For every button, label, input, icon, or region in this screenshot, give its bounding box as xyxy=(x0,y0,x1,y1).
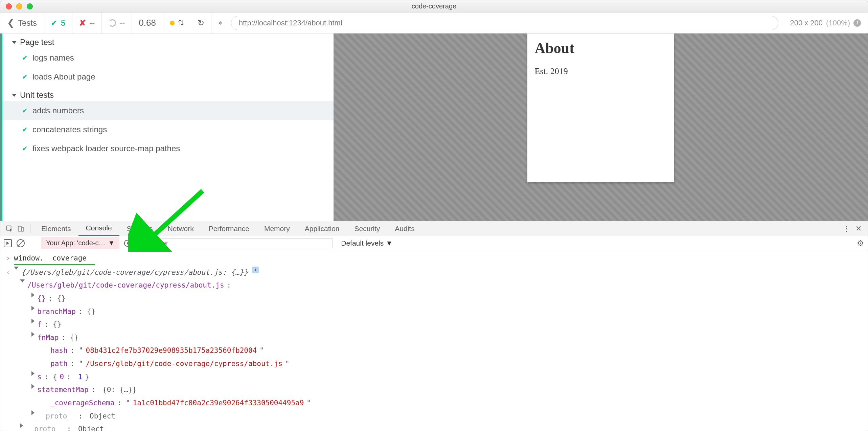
fail-count: ✘ -- xyxy=(72,13,102,33)
more-icon[interactable]: ⋮ xyxy=(843,224,850,233)
chevron-down-icon: ▼ xyxy=(108,239,115,247)
aut-pane: About Est. 2019 xyxy=(334,33,868,221)
test-row[interactable]: ✔ logs names xyxy=(2,48,334,67)
tab-security[interactable]: Security xyxy=(347,221,387,236)
tab-application[interactable]: Application xyxy=(297,221,347,236)
console-toolbar: Your App: 'code-c… ▼ Default levels ▼ ⚙ xyxy=(0,236,868,250)
selector-playground-button[interactable]: ⌖ xyxy=(211,13,229,33)
object-key: {} xyxy=(37,293,46,304)
tab-elements[interactable]: Elements xyxy=(34,221,78,236)
object-key: statementMap xyxy=(37,384,89,396)
tab-console[interactable]: Console xyxy=(78,221,119,236)
auto-scroll-toggle[interactable]: ⇅ xyxy=(163,13,191,33)
object-key: _coverageSchema xyxy=(50,397,115,409)
test-title: loads About page xyxy=(32,72,95,82)
resize-arrows-icon: ⇅ xyxy=(178,19,184,27)
test-row[interactable]: ✔ loads About page xyxy=(2,67,334,86)
aut-body: Est. 2019 xyxy=(535,66,667,76)
object-key: branchMap xyxy=(37,306,76,318)
pass-count: ✔ 5 xyxy=(44,13,72,33)
expand-right-icon[interactable] xyxy=(31,332,35,337)
clear-console-icon[interactable] xyxy=(17,239,25,247)
tab-sources[interactable]: Sources xyxy=(119,221,160,236)
test-list[interactable]: Page test ✔ logs names ✔ loads About pag… xyxy=(0,33,334,221)
object-key: /Users/gleb/git/code-coverage/cypress/ab… xyxy=(27,279,224,291)
expand-right-icon[interactable] xyxy=(31,306,35,311)
viewport-scale: (100%) xyxy=(826,19,850,27)
expand-right-icon[interactable] xyxy=(31,410,35,415)
context-selector-label: Your App: 'code-c… xyxy=(46,239,105,247)
suite-name: Unit tests xyxy=(20,90,54,100)
test-row[interactable]: ✔ adds numbers xyxy=(2,101,334,120)
object-key: fnMap xyxy=(37,332,59,344)
expand-right-icon[interactable] xyxy=(31,371,35,376)
test-row[interactable]: ✔ fixes webpack loader source-map pathes xyxy=(2,139,334,158)
window-title: code-coverage xyxy=(0,2,868,10)
expand-right-icon[interactable] xyxy=(31,293,35,297)
console-output[interactable]: › window.__coverage__ ‹ {/Users/gleb/git… xyxy=(0,250,868,431)
pass-count-value: 5 xyxy=(61,18,65,28)
result-icon: ‹ xyxy=(5,267,11,278)
aut-iframe[interactable]: About Est. 2019 xyxy=(527,33,674,182)
context-selector[interactable]: Your App: 'code-c… ▼ xyxy=(41,237,119,249)
chevron-left-icon: ❮ xyxy=(7,18,15,28)
fail-count-value: -- xyxy=(89,18,95,28)
object-key: __proto__ xyxy=(37,410,76,422)
check-icon: ✔ xyxy=(22,144,28,153)
pending-count: -- xyxy=(102,13,132,33)
suite-header[interactable]: Unit tests xyxy=(2,86,334,101)
filter-input[interactable] xyxy=(150,238,333,248)
duration-value: 0.68 xyxy=(139,18,156,28)
spinner-icon xyxy=(109,19,116,27)
test-title: concatenates strings xyxy=(32,125,107,134)
x-icon: ✘ xyxy=(79,18,86,28)
info-badge-icon[interactable]: i xyxy=(252,267,259,273)
console-sidebar-toggle-icon[interactable] xyxy=(4,239,12,247)
back-to-tests-button[interactable]: ❮ Tests xyxy=(0,13,44,33)
auto-scroll-dot-icon xyxy=(170,21,175,25)
object-key: f xyxy=(37,319,42,331)
aut-heading: About xyxy=(535,40,667,57)
reporter-pane: Page test ✔ logs names ✔ loads About pag… xyxy=(0,33,334,221)
check-icon: ✔ xyxy=(22,107,28,115)
inspect-element-icon[interactable] xyxy=(4,224,15,234)
tab-performance[interactable]: Performance xyxy=(201,221,257,236)
tab-memory[interactable]: Memory xyxy=(257,221,297,236)
chevron-down-icon: ▼ xyxy=(386,239,393,247)
expand-right-icon[interactable] xyxy=(31,319,35,323)
minimize-window-icon[interactable] xyxy=(16,3,22,9)
expand-down-icon[interactable] xyxy=(14,267,19,270)
close-window-icon[interactable] xyxy=(6,3,12,9)
object-summary: {/Users/gleb/git/code-coverage/cypress/a… xyxy=(21,267,248,278)
svg-rect-2 xyxy=(21,228,24,231)
zoom-window-icon[interactable] xyxy=(27,3,33,9)
object-value: 08b431c2fe7b37029e908935b175a23560fb2004 xyxy=(86,345,257,357)
url-input[interactable] xyxy=(231,16,778,30)
close-devtools-icon[interactable]: ✕ xyxy=(855,224,862,233)
pending-count-value: -- xyxy=(119,18,125,28)
back-label: Tests xyxy=(18,18,37,28)
expand-right-icon[interactable] xyxy=(20,423,23,428)
object-value: Object xyxy=(78,423,104,431)
tab-audits[interactable]: Audits xyxy=(387,221,422,236)
runner-toolbar: ❮ Tests ✔ 5 ✘ -- -- 0.68 ⇅ ↻ ⌖ xyxy=(0,13,868,33)
live-expression-icon[interactable] xyxy=(124,240,134,247)
levels-label: Default levels xyxy=(341,239,384,247)
prompt-icon: › xyxy=(5,252,11,264)
suite-header[interactable]: Page test xyxy=(2,33,334,48)
restart-button[interactable]: ↻ xyxy=(191,13,211,33)
object-value: 1a1c01bbd47fc00a2c39e90264f33305004495a9 xyxy=(133,397,304,409)
gear-icon[interactable]: ⚙ xyxy=(857,239,864,248)
viewport-size: 200 x 200 xyxy=(790,19,823,27)
log-levels-selector[interactable]: Default levels ▼ xyxy=(338,239,396,247)
info-icon: i xyxy=(853,19,861,27)
expand-right-icon[interactable] xyxy=(31,384,35,389)
devtools-tabs: Elements Console Sources Network Perform… xyxy=(0,221,868,236)
object-key: hash xyxy=(50,345,68,357)
test-row[interactable]: ✔ concatenates strings xyxy=(2,120,334,139)
viewport-info[interactable]: 200 x 200 (100%) i xyxy=(783,13,868,33)
tab-network[interactable]: Network xyxy=(160,221,201,236)
object-key: path xyxy=(50,358,68,370)
expand-down-icon[interactable] xyxy=(20,279,25,282)
device-toolbar-icon[interactable] xyxy=(15,224,27,234)
